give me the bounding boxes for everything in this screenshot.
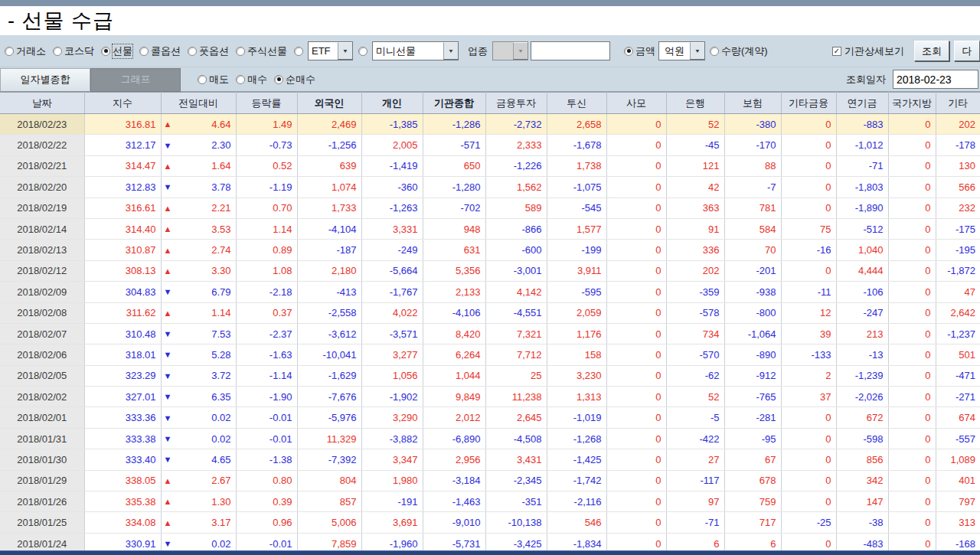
index-cell: 314.40 bbox=[84, 218, 161, 239]
value-cell: 2 bbox=[781, 365, 836, 386]
radio-net-buy[interactable]: 순매수 bbox=[274, 73, 315, 87]
value-cell: 47 bbox=[936, 282, 980, 302]
value-cell: -571 bbox=[423, 135, 485, 155]
value-cell: 0 bbox=[888, 512, 936, 533]
value-cell: 0 bbox=[781, 260, 836, 281]
value-cell: 781 bbox=[724, 198, 781, 218]
sector-input[interactable] bbox=[531, 41, 610, 60]
table-row[interactable]: 2018/02/07310.48▼7.53-2.37-3,612-3,5718,… bbox=[0, 323, 980, 344]
value-cell: 0 bbox=[606, 449, 666, 470]
table-row[interactable]: 2018/02/06318.01▼5.28-1.63-10,0413,2776,… bbox=[0, 344, 980, 365]
change-cell: ▼3.72 bbox=[161, 365, 236, 386]
value-cell: 0 bbox=[606, 114, 666, 135]
radio-circle bbox=[236, 75, 245, 84]
next-button[interactable]: 다 bbox=[954, 41, 980, 61]
value-cell: -13 bbox=[836, 344, 888, 365]
value-cell: -62 bbox=[666, 365, 724, 386]
down-arrow-icon: ▼ bbox=[164, 455, 172, 464]
value-cell: 0 bbox=[781, 449, 836, 470]
value-cell: 0 bbox=[888, 365, 936, 386]
radio-put-option[interactable]: 풋옵션 bbox=[188, 44, 229, 58]
table-row[interactable]: 2018/02/01333.36▼0.02-0.01-5,9763,2902,0… bbox=[0, 407, 980, 428]
unit-select[interactable]: 억원 bbox=[658, 41, 705, 60]
value-cell: 2,469 bbox=[297, 114, 361, 135]
radio-sell[interactable]: 매도 bbox=[198, 73, 229, 87]
value-cell: -595 bbox=[547, 282, 606, 302]
value-cell: 0 bbox=[888, 323, 936, 344]
value-cell: 0 bbox=[888, 407, 936, 428]
radio-kosdaq[interactable]: 코스닥 bbox=[53, 44, 94, 58]
mini-futures-select[interactable]: 미니선물 bbox=[372, 41, 459, 60]
table-row[interactable]: 2018/01/31333.38▼0.02-0.0111,329-3,882-6… bbox=[0, 428, 980, 449]
value-cell: -249 bbox=[361, 240, 423, 260]
title-bar: - 선물 수급 bbox=[0, 6, 980, 35]
sub-toolbar: 일자별종합 그래프 매도 매수 순매수 조회일자 bbox=[0, 67, 980, 92]
value-cell: -422 bbox=[666, 428, 724, 449]
query-date-input[interactable] bbox=[893, 70, 978, 89]
value-cell: 0 bbox=[606, 218, 666, 239]
radio-etf[interactable] bbox=[294, 47, 305, 56]
table-row[interactable]: 2018/02/13310.87▲2.740.89-187-249631-600… bbox=[0, 240, 980, 260]
value-cell: 42 bbox=[666, 177, 724, 198]
radio-exchange[interactable]: 거래소 bbox=[5, 44, 46, 58]
column-header: 지수 bbox=[84, 93, 161, 114]
chevron-down-icon[interactable] bbox=[443, 42, 458, 60]
value-cell: 0 bbox=[606, 387, 666, 407]
change-cell: ▼6.35 bbox=[161, 387, 236, 407]
value-cell: 2,658 bbox=[547, 114, 606, 135]
value-cell: 1,577 bbox=[547, 218, 606, 239]
radio-stock-futures[interactable]: 주식선물 bbox=[236, 44, 287, 58]
chevron-down-icon[interactable] bbox=[338, 42, 352, 60]
change-cell: ▲3.53 bbox=[161, 218, 236, 239]
table-row[interactable]: 2018/02/22312.17▼2.30-0.73-1,2562,005-57… bbox=[0, 135, 980, 155]
radio-call-option[interactable]: 콜옵션 bbox=[139, 44, 181, 58]
value-cell: 202 bbox=[936, 114, 980, 135]
value-cell: 857 bbox=[297, 491, 361, 512]
table-row[interactable]: 2018/02/19316.61▲2.210.701,733-1,263-702… bbox=[0, 198, 980, 218]
down-arrow-icon: ▼ bbox=[164, 371, 172, 380]
table-row[interactable]: 2018/02/14314.40▲3.531.14-4,1043,331948-… bbox=[0, 218, 980, 239]
tab-daily-summary[interactable]: 일자별종합 bbox=[0, 68, 90, 92]
column-header: 기타 bbox=[936, 93, 980, 114]
date-cell: 2018/02/21 bbox=[0, 155, 84, 176]
sector-select-value bbox=[493, 42, 513, 60]
search-button[interactable]: 조회 bbox=[914, 41, 949, 61]
date-cell: 2018/02/13 bbox=[0, 240, 84, 260]
table-row[interactable]: 2018/02/08311.62▲1.140.37-2,5584,022-4,1… bbox=[0, 302, 980, 323]
table-row[interactable]: 2018/02/20312.83▼3.78-1.191,074-360-1,28… bbox=[0, 177, 980, 198]
index-cell: 327.01 bbox=[84, 387, 161, 407]
value-cell: -5,664 bbox=[361, 260, 423, 281]
page-title: - 선물 수급 bbox=[8, 7, 114, 34]
table-row[interactable]: 2018/02/09304.83▼6.79-2.18-413-1,7672,13… bbox=[0, 282, 980, 302]
etf-select[interactable]: ETF bbox=[308, 41, 353, 60]
table-row[interactable]: 2018/02/05323.29▼3.72-1.14-1,6291,0561,0… bbox=[0, 365, 980, 386]
value-cell: -3,001 bbox=[485, 260, 547, 281]
radio-futures[interactable]: 선물 bbox=[101, 44, 132, 58]
value-cell: 1,056 bbox=[361, 365, 423, 386]
value-cell: -271 bbox=[936, 387, 980, 407]
value-cell: 2,005 bbox=[361, 135, 423, 155]
institution-detail-checkbox[interactable]: 기관상세보기 bbox=[832, 44, 904, 58]
value-cell: -570 bbox=[666, 344, 724, 365]
value-cell: -938 bbox=[724, 282, 781, 302]
radio-mini-futures[interactable] bbox=[358, 47, 370, 56]
chevron-down-icon[interactable] bbox=[690, 42, 704, 60]
table-row[interactable]: 2018/01/30333.40▼4.65-1.38-7,3923,3472,9… bbox=[0, 449, 980, 470]
table-row[interactable]: 2018/02/23316.81▲4.641.492,469-1,385-1,2… bbox=[0, 114, 980, 135]
table-row[interactable]: 2018/01/29338.05▲2.670.808041,980-3,184-… bbox=[0, 470, 980, 491]
table-row[interactable]: 2018/01/25334.08▲3.170.965,0063,691-9,01… bbox=[0, 512, 980, 533]
supply-demand-table: 날짜지수전일대비등락률외국인개인기관종합금융투자투신사모은행보험기타금융연기금국… bbox=[0, 92, 980, 554]
value-cell: 3,230 bbox=[547, 365, 606, 386]
table-row[interactable]: 2018/02/02327.01▼6.35-1.90-7,676-1,9029,… bbox=[0, 387, 980, 407]
value-cell: -2,345 bbox=[485, 470, 547, 491]
rate-cell: -0.01 bbox=[236, 407, 297, 428]
table-row[interactable]: 2018/01/26335.38▲1.300.39857-191-1,463-3… bbox=[0, 491, 980, 512]
table-row[interactable]: 2018/02/21314.47▲1.640.52639-1,419650-1,… bbox=[0, 155, 980, 176]
radio-amount[interactable]: 금액 bbox=[624, 44, 655, 58]
radio-buy[interactable]: 매수 bbox=[236, 73, 267, 87]
radio-quantity[interactable]: 수량(계약) bbox=[710, 44, 768, 58]
table-row[interactable]: 2018/02/12308.13▲3.301.082,180-5,6645,35… bbox=[0, 260, 980, 281]
value-cell: 2,012 bbox=[423, 407, 485, 428]
tab-graph[interactable]: 그래프 bbox=[90, 68, 181, 92]
value-cell: -178 bbox=[936, 135, 980, 155]
